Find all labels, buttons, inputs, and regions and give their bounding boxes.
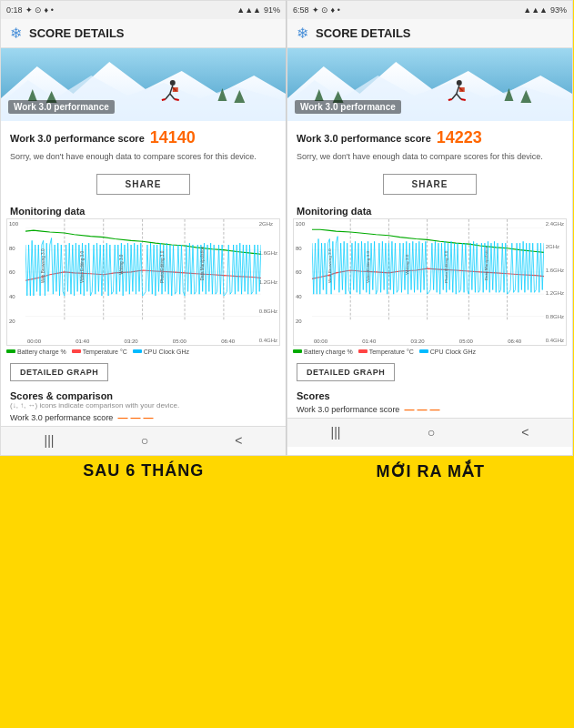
scores-title-left: Scores & comparison	[10, 390, 277, 401]
wifi-icon-left: ▲▲▲	[237, 5, 261, 15]
monitoring-title-right: Monitoring data	[287, 202, 572, 218]
xaxis-right: 00:00 01:40 03:20 05:00 06:40	[294, 339, 525, 344]
wifi-icon-right: ▲▲▲	[523, 5, 548, 15]
svg-text:Writing 3.0: Writing 3.0	[405, 254, 409, 275]
status-bar-left: 0:18 ✦ ⊙ ♦ • ▲▲▲ 91%	[1, 1, 286, 19]
svg-line-13	[175, 99, 179, 100]
score-section-left: Work 3.0 performance score 14140 Sorry, …	[1, 121, 286, 167]
phone-panel-left: 0:18 ✦ ⊙ ♦ • ▲▲▲ 91% ❄ SCORE DETAILS	[0, 0, 287, 456]
status-icons-left: ✦ ⊙ ♦ •	[25, 5, 54, 15]
chart-area-right: 100 80 60 40 20 2.4GHz 2GHz 1.6GHz 1.2GH…	[293, 218, 567, 346]
legend-cpu-dot-left	[133, 349, 142, 353]
scores-row-right: Work 3.0 performance score — — —	[297, 404, 563, 415]
header-title-right: SCORE DETAILS	[316, 26, 411, 40]
legend-battery-dot-left	[6, 349, 15, 353]
scores-section-left: Scores & comparison (↓, ↑, ↔) icons indi…	[1, 386, 286, 426]
scores-row-label-right: Work 3.0 performance score	[297, 405, 399, 414]
hero-label-right: Work 3.0 performance	[295, 100, 401, 114]
share-button-right[interactable]: SHARE	[383, 174, 476, 195]
snowflake-icon-right: ❄	[297, 25, 308, 42]
share-button-left[interactable]: SHARE	[96, 174, 189, 195]
yaxis-right-left: 2GHz 1.6GHz 1.2GHz 0.8GHz 0.4GHz	[259, 219, 277, 345]
share-btn-wrap-left: SHARE	[1, 167, 286, 202]
svg-point-37	[457, 80, 462, 86]
score-line-left: Work 3.0 performance score 14140	[10, 128, 277, 147]
legend-cpu-right: CPU Clock GHz	[419, 349, 476, 355]
chart-legend-left: Battery charge % Temperature °C CPU Cloc…	[1, 346, 286, 358]
xaxis-left: 00:00 01:40 03:20 05:00 06:40	[7, 339, 238, 344]
time-left: 0:18	[6, 5, 23, 15]
legend-battery-left: Battery charge %	[6, 349, 66, 355]
svg-text:Video Editing 3.0: Video Editing 3.0	[366, 250, 370, 283]
detailed-graph-button-left[interactable]: DETAILED GRAPH	[10, 363, 108, 381]
nav-recents-right[interactable]: |||	[331, 425, 341, 440]
nav-home-right[interactable]: ○	[428, 425, 435, 440]
status-right-left: ▲▲▲ 91%	[237, 5, 280, 15]
svg-text:Video Editing 3.0: Video Editing 3.0	[80, 250, 85, 283]
svg-line-12	[162, 99, 166, 100]
status-right-right: ▲▲▲ 93%	[523, 5, 567, 15]
nav-bar-left: ||| ○ <	[1, 426, 286, 455]
phone-panel-right: 6:58 ✦ ⊙ ♦ • ▲▲▲ 93% ❄ SCORE DETAILS	[287, 0, 573, 456]
svg-text:Data Manipulation: Data Manipulation	[485, 246, 489, 280]
yaxis-left-left: 100 80 60 40 20	[9, 219, 18, 326]
svg-line-42	[448, 99, 452, 100]
chart-legend-right: Battery charge % Temperature °C CPU Cloc…	[287, 346, 572, 358]
svg-rect-14	[173, 87, 178, 92]
legend-battery-dot-right	[293, 349, 302, 353]
scores-section-right: Scores Work 3.0 performance score — — —	[287, 386, 572, 418]
svg-text:Web Browsing 3.0: Web Browsing 3.0	[327, 248, 332, 283]
scores-row-left: Work 3.0 performance score — — —	[10, 412, 277, 423]
detailed-graph-button-right[interactable]: DETAILED GRAPH	[297, 363, 395, 381]
status-bar-right: 6:58 ✦ ⊙ ♦ • ▲▲▲ 93%	[287, 1, 572, 19]
nav-back-right[interactable]: <	[521, 425, 529, 440]
monitoring-title-left: Monitoring data	[1, 202, 286, 218]
hero-label-left: Work 3.0 performance	[8, 100, 115, 114]
yaxis-right-right: 2.4GHz 2GHz 1.6GHz 1.2GHz 0.8GHz 0.4GHz	[546, 219, 564, 345]
status-left: 0:18 ✦ ⊙ ♦ •	[6, 5, 54, 15]
battery-left: 91%	[264, 5, 280, 15]
score-value-left: 14140	[150, 128, 196, 147]
svg-point-7	[170, 80, 176, 86]
svg-text:Photo Editing 3.0: Photo Editing 3.0	[445, 250, 449, 283]
score-text-right: Work 3.0 performance score	[297, 133, 431, 144]
score-line-right: Work 3.0 performance score 14223	[297, 128, 563, 147]
sorry-text-right: Sorry, we don't have enough data to comp…	[297, 152, 563, 163]
outer-wrapper: 0:18 ✦ ⊙ ♦ • ▲▲▲ 91% ❄ SCORE DETAILS	[0, 0, 574, 489]
label-left: SAU 6 THÁNG	[0, 456, 287, 489]
hero-image-left: Work 3.0 performance	[1, 48, 286, 121]
share-btn-wrap-right: SHARE	[287, 167, 572, 202]
battery-right: 93%	[550, 5, 567, 15]
header-bar-right: ❄ SCORE DETAILS	[287, 19, 572, 48]
legend-cpu-dot-right	[419, 349, 428, 353]
scores-row-val-left: — — —	[117, 412, 153, 423]
svg-line-43	[461, 99, 466, 100]
nav-bar-right: ||| ○ <	[287, 418, 572, 447]
chart-area-left: 100 80 60 40 20 2GHz 1.6GHz 1.2GHz 0.8GH…	[6, 218, 280, 346]
score-text-left: Work 3.0 performance score	[10, 133, 145, 144]
score-section-right: Work 3.0 performance score 14223 Sorry, …	[287, 121, 572, 167]
scores-row-val-right: — — —	[404, 404, 439, 415]
header-title-left: SCORE DETAILS	[29, 26, 125, 40]
nav-home-left[interactable]: ○	[141, 433, 148, 448]
legend-battery-right: Battery charge %	[293, 349, 353, 355]
legend-temp-dot-left	[72, 349, 81, 353]
labels-row: SAU 6 THÁNG MỚI RA MẮT	[0, 456, 574, 489]
status-left-right: 6:58 ✦ ⊙ ♦ •	[293, 5, 340, 15]
svg-text:Photo Editing 3.0: Photo Editing 3.0	[160, 250, 165, 283]
header-bar-left: ❄ SCORE DETAILS	[1, 19, 286, 48]
scores-title-right: Scores	[297, 390, 563, 401]
hero-image-right: Work 3.0 performance	[287, 48, 572, 121]
svg-text:Web Browsing 3.0: Web Browsing 3.0	[42, 248, 46, 283]
label-right: MỚI RA MẮT	[287, 456, 575, 489]
nav-recents-left[interactable]: |||	[45, 433, 55, 448]
legend-temp-right: Temperature °C	[358, 349, 414, 355]
scores-row-label-left: Work 3.0 performance score	[10, 413, 113, 422]
scores-subtitle-left: (↓, ↑, ↔) icons indicate comparison with…	[10, 401, 277, 410]
snowflake-icon-left: ❄	[10, 25, 22, 42]
sorry-text-left: Sorry, we don't have enough data to comp…	[10, 152, 277, 163]
svg-text:Writing 3.0: Writing 3.0	[119, 254, 124, 275]
svg-text:Data Manipulation: Data Manipulation	[201, 246, 206, 280]
nav-back-left[interactable]: <	[235, 433, 242, 448]
detailed-btn-wrap-left: DETAILED GRAPH	[1, 358, 286, 386]
